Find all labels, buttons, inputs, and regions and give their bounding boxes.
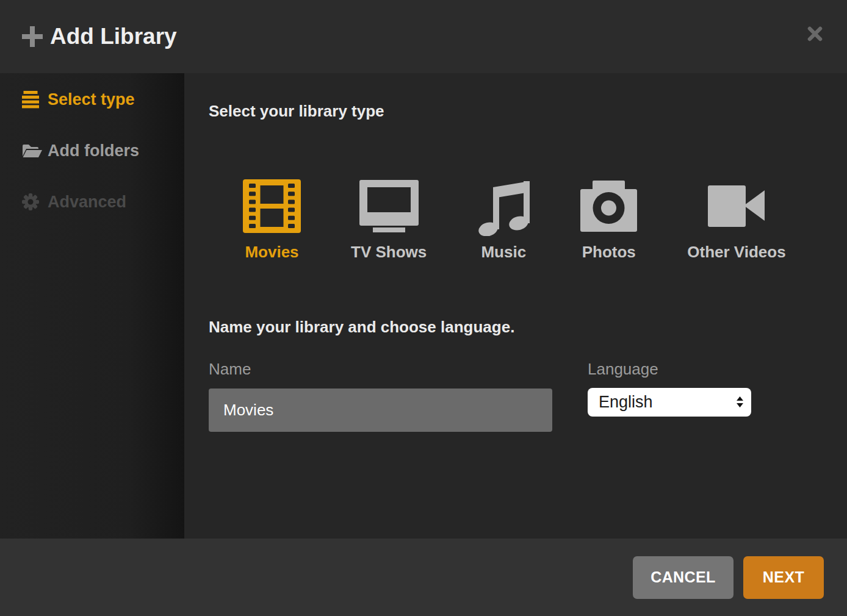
- cancel-button[interactable]: CANCEL: [633, 556, 733, 599]
- list-lines-icon: [22, 91, 48, 109]
- tv-icon: [359, 176, 419, 237]
- sidebar-item-label: Add folders: [48, 141, 139, 160]
- dialog-footer: CANCEL NEXT: [0, 539, 847, 616]
- main-content: Select your library type Movies: [184, 73, 847, 539]
- type-option-tv-shows[interactable]: TV Shows: [351, 176, 427, 262]
- library-name-input[interactable]: [209, 389, 552, 432]
- dialog-title: Add Library: [50, 24, 177, 49]
- dialog-header: Add Library: [0, 0, 847, 73]
- language-select-value: English: [599, 393, 653, 412]
- name-field-label: Name: [209, 360, 251, 379]
- close-icon[interactable]: [807, 26, 823, 41]
- type-option-label: Other Videos: [687, 243, 785, 262]
- type-option-label: Music: [481, 243, 526, 262]
- library-type-options: Movies TV Shows: [243, 176, 786, 262]
- folder-icon: [22, 143, 48, 158]
- camera-icon: [580, 176, 637, 237]
- gear-icon: [22, 193, 48, 210]
- sidebar-item-label: Advanced: [48, 193, 126, 212]
- sidebar-item-label: Select type: [48, 90, 135, 109]
- sidebar: Select type Add folders Advanced: [0, 73, 184, 539]
- sidebar-item-advanced[interactable]: Advanced: [0, 187, 184, 217]
- name-section-heading: Name your library and choose language.: [209, 318, 514, 337]
- type-option-other-videos[interactable]: Other Videos: [687, 176, 785, 262]
- select-arrows-icon: [737, 396, 743, 407]
- plus-icon: [22, 26, 43, 47]
- film-strip-icon: [243, 176, 301, 237]
- type-option-label: TV Shows: [351, 243, 427, 262]
- video-camera-icon: [708, 176, 765, 237]
- type-option-movies[interactable]: Movies: [243, 176, 301, 262]
- type-option-photos[interactable]: Photos: [580, 176, 637, 262]
- next-button[interactable]: NEXT: [743, 556, 824, 599]
- type-option-label: Movies: [245, 243, 298, 262]
- sidebar-item-select-type[interactable]: Select type: [0, 84, 184, 115]
- type-option-label: Photos: [582, 243, 636, 262]
- language-field-label: Language: [588, 360, 658, 379]
- type-section-heading: Select your library type: [209, 102, 384, 121]
- language-select[interactable]: English: [588, 388, 751, 417]
- sidebar-item-add-folders[interactable]: Add folders: [0, 135, 184, 166]
- type-option-music[interactable]: Music: [477, 176, 530, 262]
- music-note-icon: [477, 176, 530, 237]
